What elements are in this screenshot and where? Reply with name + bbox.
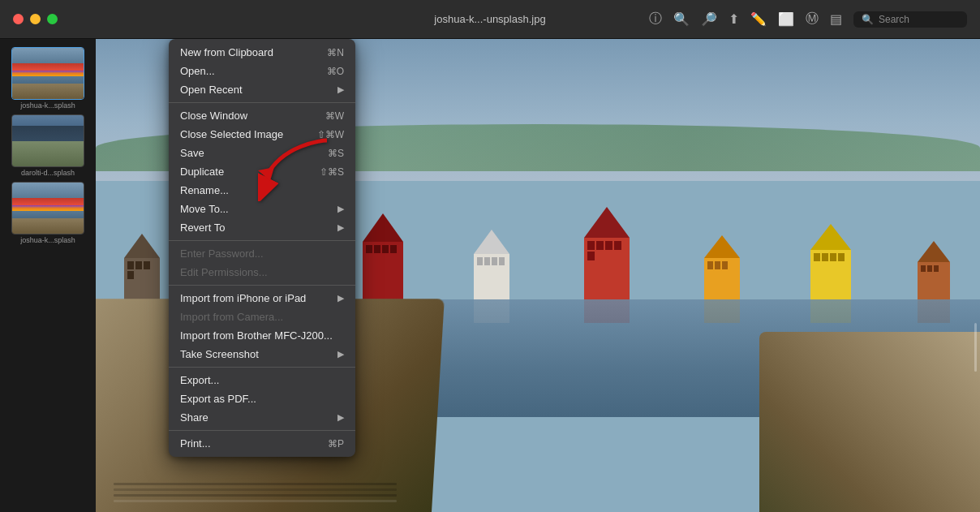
menu-item-enter-password: Enter Password... (169, 244, 355, 263)
menu-item-import-brother[interactable]: Import from Brother MFC-J200... (169, 326, 355, 345)
submenu-arrow-icon-4: ▶ (337, 293, 344, 303)
edit-icon[interactable]: ✏️ (750, 11, 767, 27)
traffic-lights (0, 14, 58, 24)
menu-separator-1 (169, 102, 355, 103)
menu-item-move-to[interactable]: Move To... ▶ (169, 200, 355, 218)
info-icon[interactable]: ⓘ (649, 11, 662, 28)
sidebar: joshua-k...splash darolti-d...splash jos… (0, 39, 96, 512)
menu-item-new-from-clipboard[interactable]: New from Clipboard ⌘N (169, 43, 355, 62)
menu-item-close-window[interactable]: Close Window ⌘W (169, 106, 355, 125)
sidebar-thumb-wrapper-2[interactable]: darolti-d...splash (11, 114, 84, 177)
menu-item-share[interactable]: Share ▶ (169, 408, 355, 427)
menu-item-export-pdf[interactable]: Export as PDF... (169, 389, 355, 408)
menu-item-import-camera: Import from Camera... (169, 308, 355, 326)
sidebar-label-1: joshua-k...splash (20, 101, 75, 110)
sidebar-thumb-wrapper-3[interactable]: joshua-k...splash (11, 182, 84, 244)
zoom-in-icon[interactable]: 🔎 (701, 11, 717, 27)
file-menu: New from Clipboard ⌘N Open... ⌘O Open Re… (169, 39, 355, 457)
markup-icon[interactable]: Ⓜ (806, 11, 819, 28)
menu-item-import-iphone[interactable]: Import from iPhone or iPad ▶ (169, 289, 355, 308)
search-label: Search (879, 14, 909, 25)
menu-item-open[interactable]: Open... ⌘O (169, 62, 355, 80)
sidebar-thumb-1[interactable] (11, 47, 84, 100)
menu-separator-2 (169, 240, 355, 241)
menu-item-rename[interactable]: Rename... (169, 181, 355, 200)
submenu-arrow-icon: ▶ (337, 84, 344, 95)
submenu-arrow-icon-6: ▶ (337, 412, 344, 423)
submenu-arrow-icon-3: ▶ (337, 222, 344, 233)
main-image-area: New from Clipboard ⌘N Open... ⌘O Open Re… (96, 39, 980, 512)
maximize-button[interactable] (47, 14, 58, 24)
sidebar-icon[interactable]: ▤ (830, 11, 842, 27)
menu-item-screenshot[interactable]: Take Screenshot ▶ (169, 345, 355, 364)
menu-item-export[interactable]: Export... (169, 371, 355, 389)
menu-item-save[interactable]: Save ⌘S (169, 144, 355, 162)
main-content: joshua-k...splash darolti-d...splash jos… (0, 39, 980, 512)
sidebar-label-3: joshua-k...splash (20, 236, 75, 244)
share-icon[interactable]: ⬆ (729, 11, 739, 27)
submenu-arrow-icon-5: ▶ (337, 349, 344, 359)
title-bar: joshua-k...-unsplash.jpg ⓘ 🔍 🔎 ⬆ ✏️ ⬜ Ⓜ … (0, 0, 980, 39)
menu-item-print[interactable]: Print... ⌘P (169, 434, 355, 453)
menu-item-open-recent[interactable]: Open Recent ▶ (169, 80, 355, 99)
sidebar-thumb-3[interactable] (11, 182, 84, 234)
toolbar-icons: ⓘ 🔍 🔎 ⬆ ✏️ ⬜ Ⓜ ▤ 🔍 Search (649, 11, 980, 28)
filename-title: joshua-k...-unsplash.jpg (434, 13, 545, 25)
menu-separator-5 (169, 430, 355, 431)
sidebar-label-2: darolti-d...splash (21, 169, 75, 177)
search-bar[interactable]: 🔍 Search (853, 11, 967, 28)
sidebar-thumb-2[interactable] (11, 114, 84, 167)
search-icon: 🔍 (862, 14, 874, 25)
menu-item-revert-to[interactable]: Revert To ▶ (169, 218, 355, 237)
zoom-out-icon[interactable]: 🔍 (673, 11, 690, 27)
sidebar-thumb-wrapper-1[interactable]: joshua-k...splash (11, 47, 84, 110)
menu-item-duplicate[interactable]: Duplicate ⇧⌘S (169, 162, 355, 181)
menu-separator-3 (169, 285, 355, 286)
crop-icon[interactable]: ⬜ (778, 11, 794, 27)
submenu-arrow-icon-2: ▶ (337, 204, 344, 214)
menu-item-edit-permissions: Edit Permissions... (169, 263, 355, 282)
menu-item-close-selected[interactable]: Close Selected Image ⇧⌘W (169, 125, 355, 144)
minimize-button[interactable] (30, 14, 41, 24)
close-button[interactable] (13, 14, 24, 24)
menu-separator-4 (169, 367, 355, 368)
